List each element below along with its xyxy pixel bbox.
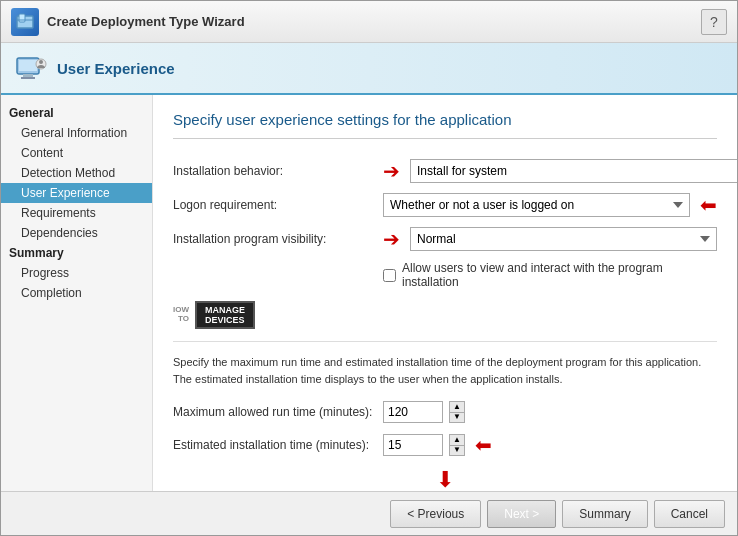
- logon-requirement-group: Logon requirement: Whether or not a user…: [173, 193, 717, 217]
- sidebar-item-detection-method[interactable]: Detection Method: [1, 163, 152, 183]
- svg-point-8: [39, 60, 43, 64]
- allow-users-label: Allow users to view and interact with th…: [402, 261, 717, 289]
- allow-users-checkbox[interactable]: [383, 269, 396, 282]
- installation-visibility-label: Installation program visibility:: [173, 232, 383, 246]
- svg-rect-4: [19, 60, 37, 71]
- content-area: Specify user experience settings for the…: [153, 95, 737, 491]
- max-run-time-group: Maximum allowed run time (minutes): ▲ ▼: [173, 401, 717, 423]
- estimated-time-group: Estimated installation time (minutes): ▲…: [173, 433, 717, 457]
- estimated-time-down[interactable]: ▼: [450, 446, 464, 456]
- sidebar-item-summary[interactable]: Summary: [1, 243, 152, 263]
- arrow-left-2: ⬅: [475, 433, 492, 457]
- description-text: Specify the maximum run time and estimat…: [173, 341, 717, 387]
- watermark-logo: MANAGEDEVICES: [195, 301, 255, 329]
- svg-rect-6: [21, 77, 35, 79]
- estimated-time-spinner-buttons: ▲ ▼: [449, 434, 465, 456]
- logon-requirement-wrapper: Whether or not a user is logged on Only …: [383, 193, 717, 217]
- window-icon: [11, 8, 39, 36]
- main-content: General General Information Content Dete…: [1, 95, 737, 491]
- page-title: Specify user experience settings for the…: [173, 111, 717, 139]
- subtitle-bar: User Experience: [1, 43, 737, 95]
- installation-behavior-label: Installation behavior:: [173, 164, 383, 178]
- window-title: Create Deployment Type Wizard: [47, 14, 693, 29]
- max-run-time-spinner-buttons: ▲ ▼: [449, 401, 465, 423]
- watermark: IOW TO MANAGEDEVICES: [173, 301, 717, 329]
- svg-rect-1: [19, 14, 25, 22]
- estimated-time-spinner: ▲ ▼: [383, 434, 465, 456]
- arrow-left-1: ⬅: [700, 193, 717, 217]
- previous-button[interactable]: < Previous: [390, 500, 481, 528]
- arrow-right-1: ➔: [383, 159, 400, 183]
- user-experience-icon: [15, 52, 47, 84]
- watermark-to: TO: [178, 315, 189, 324]
- max-run-time-input[interactable]: [383, 401, 443, 423]
- svg-rect-5: [23, 74, 33, 77]
- installation-visibility-wrapper: ➔ Normal Hidden Maximized Minimized: [383, 227, 717, 251]
- logon-requirement-label: Logon requirement:: [173, 198, 383, 212]
- sidebar-item-requirements[interactable]: Requirements: [1, 203, 152, 223]
- footer: < Previous Next > Summary Cancel: [1, 491, 737, 535]
- max-run-time-down[interactable]: ▼: [450, 413, 464, 423]
- max-run-time-wrapper: ▲ ▼: [383, 401, 717, 423]
- max-run-time-label: Maximum allowed run time (minutes):: [173, 405, 383, 419]
- estimated-time-input[interactable]: [383, 434, 443, 456]
- sidebar-item-general-information[interactable]: General Information: [1, 123, 152, 143]
- cancel-button[interactable]: Cancel: [654, 500, 725, 528]
- sidebar-item-progress[interactable]: Progress: [1, 263, 152, 283]
- allow-users-group: Allow users to view and interact with th…: [383, 261, 717, 289]
- sidebar-item-dependencies[interactable]: Dependencies: [1, 223, 152, 243]
- logon-requirement-select[interactable]: Whether or not a user is logged on Only …: [383, 193, 690, 217]
- installation-behavior-wrapper: ➔ Install for system Install for user In…: [383, 159, 737, 183]
- estimated-time-label: Estimated installation time (minutes):: [173, 438, 383, 452]
- down-arrow-indicator: ⬇: [436, 467, 454, 491]
- page-subtitle: User Experience: [57, 60, 175, 77]
- sidebar-item-content[interactable]: Content: [1, 143, 152, 163]
- next-button[interactable]: Next >: [487, 500, 556, 528]
- installation-behavior-select[interactable]: Install for system Install for user Inst…: [410, 159, 737, 183]
- sidebar-item-completion[interactable]: Completion: [1, 283, 152, 303]
- max-run-time-spinner: ▲ ▼: [383, 401, 465, 423]
- arrow-right-2: ➔: [383, 227, 400, 251]
- installation-behavior-group: Installation behavior: ➔ Install for sys…: [173, 159, 717, 183]
- estimated-time-wrapper: ▲ ▼ ⬅: [383, 433, 717, 457]
- installation-visibility-select[interactable]: Normal Hidden Maximized Minimized: [410, 227, 717, 251]
- wizard-window: Create Deployment Type Wizard ? User Exp…: [0, 0, 738, 536]
- title-bar: Create Deployment Type Wizard ?: [1, 1, 737, 43]
- title-actions: ?: [701, 9, 727, 35]
- summary-button[interactable]: Summary: [562, 500, 647, 528]
- estimated-time-up[interactable]: ▲: [450, 435, 464, 446]
- max-run-time-up[interactable]: ▲: [450, 402, 464, 413]
- help-button[interactable]: ?: [701, 9, 727, 35]
- sidebar: General General Information Content Dete…: [1, 95, 153, 491]
- sidebar-item-general[interactable]: General: [1, 103, 152, 123]
- installation-visibility-group: Installation program visibility: ➔ Norma…: [173, 227, 717, 251]
- sidebar-item-user-experience[interactable]: User Experience: [1, 183, 152, 203]
